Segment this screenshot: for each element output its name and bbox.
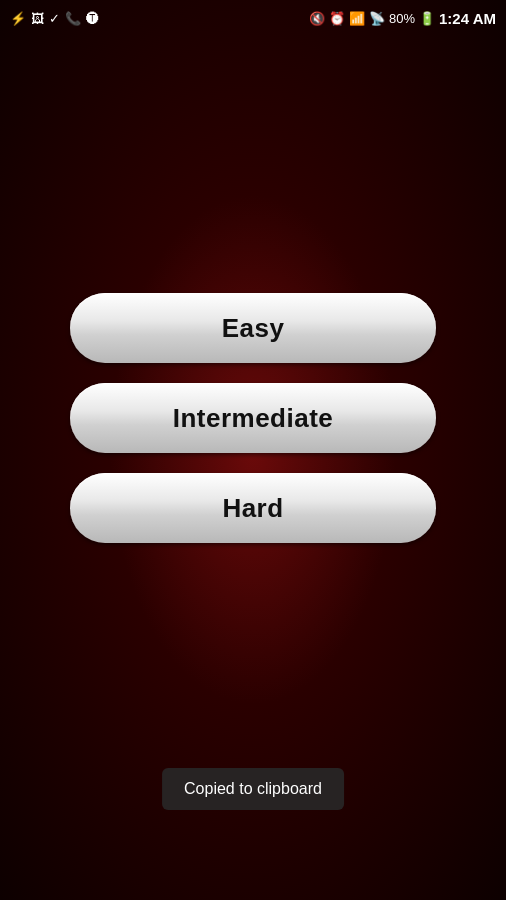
usb-icon: ⚡	[10, 11, 26, 26]
wifi-icon: 📶	[349, 11, 365, 26]
easy-button[interactable]: Easy	[70, 293, 436, 363]
hard-button[interactable]: Hard	[70, 473, 436, 543]
t-icon: 🅣	[86, 11, 99, 26]
status-right-icons: 🔇 ⏰ 📶 📡 80% 🔋 1:24 AM	[309, 10, 496, 27]
toast-container: Copied to clipboard	[162, 768, 344, 810]
phone-icon: 📞	[65, 11, 81, 26]
battery-percent: 80%	[389, 11, 415, 26]
image-icon: 🖼	[31, 11, 44, 26]
status-time: 1:24 AM	[439, 10, 496, 27]
clipboard-toast: Copied to clipboard	[162, 768, 344, 810]
intermediate-button[interactable]: Intermediate	[70, 383, 436, 453]
difficulty-buttons-container: Easy Intermediate Hard	[0, 293, 506, 543]
battery-icon: 🔋	[419, 11, 435, 26]
mute-icon: 🔇	[309, 11, 325, 26]
check-icon: ✓	[49, 11, 60, 26]
status-bar: ⚡ 🖼 ✓ 📞 🅣 🔇 ⏰ 📶 📡 80% 🔋 1:24 AM	[0, 0, 506, 36]
status-left-icons: ⚡ 🖼 ✓ 📞 🅣	[10, 11, 99, 26]
alarm-icon: ⏰	[329, 11, 345, 26]
signal-icon: 📡	[369, 11, 385, 26]
